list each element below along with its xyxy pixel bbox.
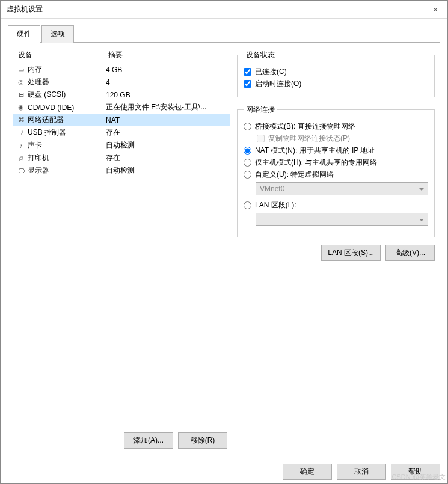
ok-button[interactable]: 确定 [283,464,332,480]
bridged-label: 桥接模式(B): 直接连接物理网络 [255,121,355,132]
device-summary: 存在 [106,153,227,163]
custom-input[interactable] [244,171,251,179]
device-name: 网络适配器 [26,115,106,125]
advanced-button[interactable]: 高级(V)... [385,245,435,261]
dialog-footer: 确定 取消 帮助 [1,460,447,483]
detail-pane: 设备状态 已连接(C) 启动时连接(O) 网络连接 桥接模式(B): 直接连接物 [237,47,435,451]
display-icon: 🖵 [16,167,26,174]
device-row[interactable]: ▭内存4 GB [13,63,230,76]
nat-radio[interactable]: NAT 模式(N): 用于共享主机的 IP 地址 [244,146,428,156]
cd-icon: ◉ [16,103,26,111]
custom-label: 自定义(U): 特定虚拟网络 [255,170,334,180]
device-summary: 存在 [106,127,227,138]
add-button[interactable]: 添加(A)... [124,432,173,449]
bridged-input[interactable] [244,123,251,130]
titlebar: 虚拟机设置 × [1,1,447,19]
col-summary: 摘要 [108,50,123,60]
device-header: 设备 摘要 [13,47,230,63]
device-summary: 120 GB [106,91,227,99]
device-status-legend: 设备状态 [244,50,277,60]
watermark: CSDN @莱学老文 [392,473,446,482]
device-name: 打印机 [26,153,106,163]
connected-input[interactable] [244,68,251,76]
device-row[interactable]: ⑂USB 控制器存在 [13,126,230,139]
network-connection-group: 网络连接 桥接模式(B): 直接连接物理网络 复制物理网络连接状态(P) NAT… [237,105,435,237]
device-row[interactable]: 🖵显示器自动检测 [13,164,230,177]
device-status-group: 设备状态 已连接(C) 启动时连接(O) [237,50,435,97]
device-name: USB 控制器 [26,127,106,138]
memory-icon: ▭ [16,66,26,73]
close-icon[interactable]: × [429,5,441,14]
device-summary: 正在使用文件 E:\安装包-工具\... [106,102,227,112]
replicate-label: 复制物理网络连接状态(P) [268,133,350,144]
nat-label: NAT 模式(N): 用于共享主机的 IP 地址 [255,146,375,156]
custom-radio[interactable]: 自定义(U): 特定虚拟网络 [244,170,428,180]
connected-label: 已连接(C) [255,67,287,77]
replicate-checkbox: 复制物理网络连接状态(P) [257,133,428,144]
usb-icon: ⑂ [16,129,26,136]
tab-options[interactable]: 选项 [41,25,74,43]
device-summary: 自动检测 [106,165,227,176]
lan-segments-button[interactable]: LAN 区段(S)... [321,245,381,261]
connect-on-start-label: 启动时连接(O) [255,79,301,89]
vmnet-value: VMnet0 [260,185,284,193]
network-icon: ⌘ [16,116,26,124]
hostonly-radio[interactable]: 仅主机模式(H): 与主机共享的专用网络 [244,158,428,168]
device-summary: 4 [106,78,227,87]
window-title: 虚拟机设置 [7,4,429,14]
lanseg-select [256,213,428,226]
nat-input[interactable] [244,147,251,155]
disk-icon: ⊟ [16,91,26,99]
device-name: CD/DVD (IDE) [26,103,106,112]
connect-on-start-input[interactable] [244,80,251,88]
device-row[interactable]: ⊟硬盘 (SCSI)120 GB [13,88,230,101]
device-name: 内存 [26,64,106,75]
connected-checkbox[interactable]: 已连接(C) [244,67,428,77]
device-summary: 自动检测 [106,140,227,150]
device-list: ▭内存4 GB◎处理器4⊟硬盘 (SCSI)120 GB◉CD/DVD (IDE… [13,63,230,426]
device-name: 硬盘 (SCSI) [26,90,106,100]
hostonly-label: 仅主机模式(H): 与主机共享的专用网络 [255,158,377,168]
settings-window: 虚拟机设置 × 硬件 选项 设备 摘要 ▭内存4 GB◎处理器4⊟硬盘 (SCS… [0,0,448,484]
device-row[interactable]: ⎙打印机存在 [13,152,230,164]
vmnet-select: VMnet0 [256,182,428,195]
device-row[interactable]: ◎处理器4 [13,76,230,88]
device-summary: 4 GB [106,66,227,74]
connect-on-start-checkbox[interactable]: 启动时连接(O) [244,79,428,89]
remove-button[interactable]: 移除(R) [178,432,227,449]
tab-panel: 设备 摘要 ▭内存4 GB◎处理器4⊟硬盘 (SCSI)120 GB◉CD/DV… [8,43,440,456]
content-area: 硬件 选项 设备 摘要 ▭内存4 GB◎处理器4⊟硬盘 (SCSI)120 GB… [1,19,447,460]
lanseg-label: LAN 区段(L): [255,200,296,210]
replicate-input [257,135,265,142]
device-name: 处理器 [26,77,106,87]
sound-icon: ♪ [16,142,26,149]
device-row[interactable]: ◉CD/DVD (IDE)正在使用文件 E:\安装包-工具\... [13,101,230,114]
right-buttons: LAN 区段(S)... 高级(V)... [237,245,435,261]
printer-icon: ⎙ [16,155,26,162]
device-pane: 设备 摘要 ▭内存4 GB◎处理器4⊟硬盘 (SCSI)120 GB◉CD/DV… [13,47,230,451]
tab-bar: 硬件 选项 [8,25,440,43]
cpu-icon: ◎ [16,78,26,86]
device-summary: NAT [106,116,227,124]
device-row[interactable]: ⌘网络适配器NAT [13,114,230,126]
hostonly-input[interactable] [244,159,251,167]
device-name: 声卡 [26,140,106,150]
network-legend: 网络连接 [244,105,277,115]
device-name: 显示器 [26,165,106,176]
col-device: 设备 [18,50,108,60]
tab-hardware[interactable]: 硬件 [8,25,40,43]
device-row[interactable]: ♪声卡自动检测 [13,139,230,152]
cancel-button[interactable]: 取消 [337,464,386,480]
device-buttons: 添加(A)... 移除(R) [13,430,230,451]
lanseg-radio[interactable]: LAN 区段(L): [244,200,428,210]
bridged-radio[interactable]: 桥接模式(B): 直接连接物理网络 [244,121,428,132]
lanseg-input[interactable] [244,201,251,209]
